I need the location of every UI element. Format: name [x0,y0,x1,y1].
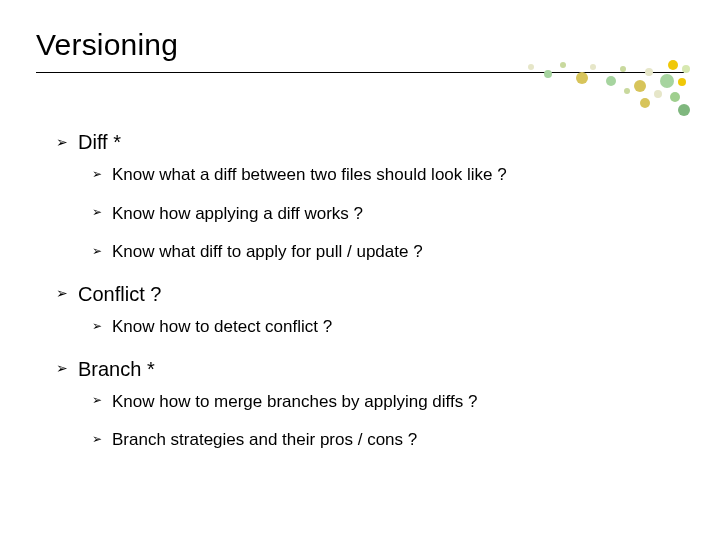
chevron-right-icon: ➢ [92,244,102,258]
dot-icon [576,72,588,84]
chevron-right-icon: ➢ [92,393,102,407]
chevron-right-icon: ➢ [92,432,102,446]
dot-icon [560,62,566,68]
item-text: Know how to merge branches by applying d… [112,391,477,410]
dot-icon [668,60,678,70]
dot-icon [682,65,690,73]
decorative-dots [520,60,690,130]
chevron-right-icon: ➢ [56,285,68,301]
list-item: ➢Know how applying a diff works ? [92,203,676,224]
item-text: Branch strategies and their pros / cons … [112,430,417,449]
dot-icon [654,90,662,98]
chevron-right-icon: ➢ [56,360,68,376]
dot-icon [590,64,596,70]
page-title: Versioning [36,28,178,62]
section-diff: ➢Diff * ➢Know what a diff between two fi… [56,130,676,262]
list-item: ➢Know how to merge branches by applying … [92,391,676,412]
list-item: ➢Branch strategies and their pros / cons… [92,429,676,450]
chevron-right-icon: ➢ [56,134,68,150]
section-label: Conflict ? [78,283,161,305]
dot-icon [670,92,680,102]
item-text: Know what a diff between two files shoul… [112,165,507,184]
slide-body: ➢Diff * ➢Know what a diff between two fi… [56,130,676,470]
chevron-right-icon: ➢ [92,319,102,333]
section-label: Branch * [78,358,155,380]
dot-icon [624,88,630,94]
dot-icon [678,104,690,116]
list-item: ➢Know what a diff between two files shou… [92,164,676,185]
dot-icon [645,68,653,76]
section-heading: ➢Diff * [56,130,676,154]
dot-icon [606,76,616,86]
section-branch: ➢Branch * ➢Know how to merge branches by… [56,357,676,450]
dot-icon [528,64,534,70]
dot-icon [634,80,646,92]
slide: Versioning ➢Diff * ➢Know what a diff bet… [0,0,720,540]
dot-icon [620,66,626,72]
item-text: Know how applying a diff works ? [112,203,363,222]
section-heading: ➢Conflict ? [56,282,676,306]
section-heading: ➢Branch * [56,357,676,381]
section-label: Diff * [78,131,121,153]
section-conflict: ➢Conflict ? ➢Know how to detect conflict… [56,282,676,337]
dot-icon [544,70,552,78]
list-item: ➢Know what diff to apply for pull / upda… [92,241,676,262]
dot-icon [678,78,686,86]
item-text: Know how to detect conflict ? [112,317,332,336]
chevron-right-icon: ➢ [92,205,102,219]
chevron-right-icon: ➢ [92,167,102,181]
item-text: Know what diff to apply for pull / updat… [112,242,423,261]
dot-icon [640,98,650,108]
list-item: ➢Know how to detect conflict ? [92,316,676,337]
dot-icon [660,74,674,88]
